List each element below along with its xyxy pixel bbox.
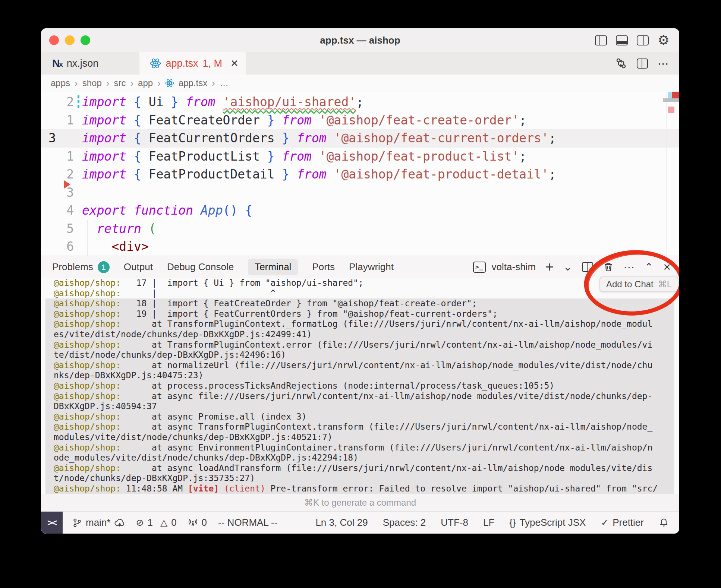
terminal-task-prefix: @aishop/shop:: [54, 309, 121, 319]
split-editor-icon[interactable]: [637, 59, 648, 69]
terminal-instance[interactable]: >_ volta-shim: [473, 261, 536, 273]
terminal-line: t/node/chunks/dep-DBxKXgDP.js:35735:27): [45, 473, 674, 484]
terminal-dropdown-icon[interactable]: ⌄: [563, 261, 572, 273]
toggle-secondary-sidebar-icon[interactable]: [637, 35, 649, 45]
code-line: 2import { FeatProductDetail } from '@ais…: [41, 165, 679, 184]
panel-tab-debug-console[interactable]: Debug Console: [167, 261, 234, 273]
maximize-panel-icon[interactable]: ⌃: [645, 261, 653, 273]
git-branch-status[interactable]: main*: [72, 517, 125, 528]
code-line: 1import { FeatCreateOrder } from '@aisho…: [41, 111, 679, 130]
terminal-line: @aishop/shop: at normalizeUrl (file:///U…: [45, 360, 674, 371]
panel-more-actions-icon[interactable]: ⋯: [624, 260, 635, 274]
react-icon: [150, 58, 161, 69]
panel-tab-terminal[interactable]: Terminal: [248, 259, 298, 275]
errors-icon: ⊘: [136, 517, 144, 528]
tab-label: app.tsx: [166, 58, 198, 69]
remote-indicator[interactable]: ><: [41, 512, 63, 534]
code-text: import { Ui } from 'aishop/ui-shared';: [82, 93, 363, 111]
code-line: 3import { FeatCurrentOrders } from '@ais…: [41, 129, 679, 148]
ports-status[interactable]: 0: [188, 517, 207, 528]
cursor-position[interactable]: Ln 3, Col 29: [315, 517, 368, 528]
panel-header: Problems1OutputDebug ConsoleTerminalPort…: [41, 256, 679, 278]
git-compare-icon[interactable]: [615, 57, 627, 69]
problems-count-badge: 1: [98, 261, 110, 273]
breadcrumb-separator: ›: [130, 78, 133, 89]
terminal-task-prefix: @aishop/shop:: [54, 391, 121, 401]
breadcrumb-item[interactable]: app.tsx: [179, 78, 207, 88]
terminal-line: ode_modules/vite/dist/node/chunks/dep-DB…: [45, 453, 674, 463]
terminal-task-prefix: @aishop/shop:: [54, 381, 121, 391]
breadcrumb-item[interactable]: apps: [51, 78, 70, 88]
error-count: 1: [147, 517, 152, 528]
gear-icon[interactable]: ⚙: [658, 34, 670, 47]
vim-mode-indicator[interactable]: -- NORMAL --: [218, 517, 277, 528]
add-to-chat-label: Add to Chat: [606, 279, 654, 290]
problems-status[interactable]: ⊘ 1 △ 0: [136, 517, 176, 528]
nx-logo-icon: Nx: [52, 57, 62, 69]
close-panel-icon[interactable]: ✕: [663, 262, 671, 273]
title-bar: app.tsx — aishop ⚙: [41, 28, 679, 52]
language-mode[interactable]: {} TypeScript JSX: [509, 517, 586, 528]
code-text: import { FeatProductList } from '@aishop…: [82, 148, 526, 166]
panel-tab-label: Terminal: [255, 261, 291, 273]
panel-tabs: Problems1OutputDebug ConsoleTerminalPort…: [52, 259, 394, 275]
line-number: 5: [41, 220, 74, 238]
editor-tab-bar: Nx nx.json app.tsx 1, M ✕: [41, 52, 679, 75]
terminal-hint: ⌘K to generate a command: [41, 494, 679, 511]
encoding-setting[interactable]: UTF-8: [441, 517, 468, 528]
terminal-line: DBxKXgDP.js:40594:37: [45, 401, 674, 412]
terminal-line: es/vite/dist/node/chunks/dep-DBxKXgDP.js…: [45, 329, 674, 340]
breadcrumb-item[interactable]: app: [138, 78, 153, 88]
overview-ruler-separator: [666, 92, 667, 256]
eol-setting[interactable]: LF: [483, 517, 494, 528]
panel-tab-playwright[interactable]: Playwright: [349, 261, 394, 273]
add-to-chat-button[interactable]: Add to Chat ⌘L: [599, 276, 679, 292]
terminal-line: @aishop/shop: at async Promise.all (inde…: [45, 412, 674, 422]
panel-tab-label: Problems: [52, 261, 93, 273]
toggle-panel-icon[interactable]: [616, 35, 628, 45]
indent-setting[interactable]: Spaces: 2: [383, 517, 426, 528]
tab-app-tsx[interactable]: app.tsx 1, M ✕: [139, 52, 246, 75]
terminal-task-prefix: @aishop/shop:: [54, 340, 121, 350]
code-text: import { FeatCreateOrder } from '@aishop…: [82, 111, 526, 130]
breadcrumb-item[interactable]: src: [114, 78, 126, 88]
breadcrumb-item[interactable]: shop: [82, 78, 102, 88]
split-terminal-icon[interactable]: [582, 262, 593, 272]
more-actions-icon[interactable]: ⋯: [658, 57, 669, 70]
window-title: app.tsx — aishop: [41, 28, 679, 52]
branch-name: main*: [86, 517, 110, 528]
code-text: <div>: [82, 238, 149, 256]
terminal-line: @aishop/shop: 17 | import { Ui } from "a…: [45, 278, 674, 288]
cloud-upload-icon: [114, 518, 125, 528]
formatter-status[interactable]: ✓ Prettier: [601, 517, 644, 528]
panel-tab-problems[interactable]: Problems1: [52, 261, 110, 273]
breadcrumb-item[interactable]: …: [220, 78, 229, 88]
bell-icon[interactable]: [659, 518, 669, 528]
breadcrumb-separator: ›: [106, 78, 110, 89]
status-bar: >< main* ⊘ 1: [41, 511, 679, 534]
code-editor[interactable]: 2import { Ui } from 'aishop/ui-shared';1…: [41, 92, 679, 256]
scrollbar-thumb[interactable]: [663, 98, 679, 102]
overview-error-mark: [672, 92, 679, 99]
tab-nx-json[interactable]: Nx nx.json: [41, 52, 121, 75]
panel-tab-label: Ports: [312, 261, 335, 273]
line-number: 3: [48, 129, 56, 148]
kill-terminal-icon[interactable]: [603, 262, 614, 273]
line-number: 6: [41, 238, 74, 256]
terminal-task-prefix: @aishop/shop:: [54, 443, 121, 452]
terminal-task-prefix: @aishop/shop:: [54, 288, 121, 298]
terminal-output[interactable]: @aishop/shop: 17 | import { Ui } from "a…: [41, 278, 679, 494]
terminal-task-prefix: @aishop/shop:: [54, 360, 121, 370]
new-terminal-icon[interactable]: +: [545, 259, 554, 275]
close-tab-icon[interactable]: ✕: [230, 58, 239, 69]
terminal-line: @aishop/shop: | ^: [45, 288, 674, 299]
terminal-task-prefix: @aishop/shop:: [54, 319, 121, 329]
breadcrumb-separator: ›: [157, 78, 161, 89]
toggle-primary-sidebar-icon[interactable]: [595, 35, 607, 45]
code-text: return (: [82, 220, 156, 238]
line-number: 4: [41, 202, 74, 220]
panel-tab-output[interactable]: Output: [124, 261, 153, 273]
panel-tab-ports[interactable]: Ports: [312, 261, 335, 273]
code-text: export function App() {: [82, 202, 252, 220]
terminal-line: @aishop/shop: at async EnvironmentPlugin…: [45, 443, 674, 453]
